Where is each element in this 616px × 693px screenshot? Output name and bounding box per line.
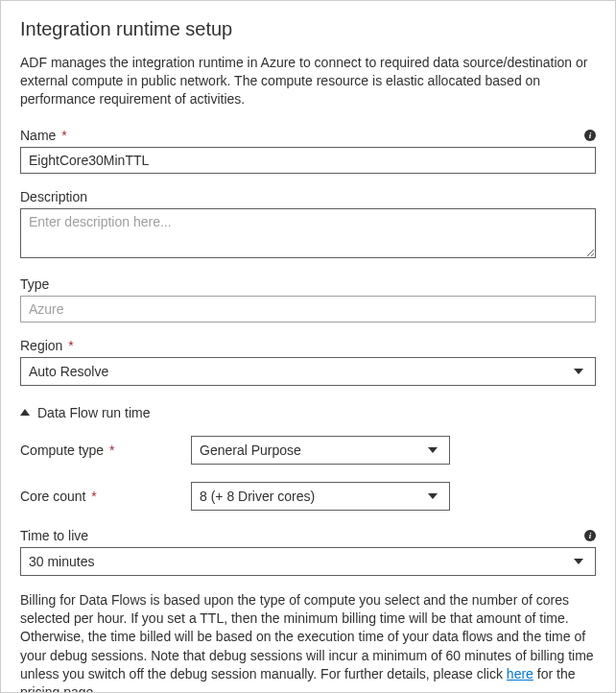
chevron-up-icon [20,409,30,416]
type-input [20,296,596,323]
compute-type-label: Compute type [20,442,104,458]
core-count-value: 8 (+ 8 Driver cores) [200,489,315,504]
region-field: Region * Auto Resolve [20,338,596,386]
required-asterisk: * [64,338,73,353]
type-field: Type [20,276,596,323]
core-count-label: Core count [20,489,85,504]
region-select[interactable]: Auto Resolve [20,357,596,386]
chevron-down-icon [428,493,438,499]
name-field: Name * i [20,128,596,174]
ttl-value: 30 minutes [29,554,94,569]
core-count-select[interactable]: 8 (+ 8 Driver cores) [191,482,450,511]
ttl-label: Time to live [20,528,88,543]
compute-type-value: General Purpose [200,442,301,458]
ttl-field: Time to live i 30 minutes [20,528,596,576]
intro-text: ADF manages the integration runtime in A… [20,54,596,108]
chevron-down-icon [574,559,583,564]
info-icon[interactable]: i [584,130,596,141]
billing-info-text: Billing for Data Flows is based upon the… [20,591,596,693]
core-count-field: Core count * 8 (+ 8 Driver cores) [20,482,596,511]
info-icon[interactable]: i [584,530,596,541]
chevron-down-icon [574,369,583,374]
compute-type-select[interactable]: General Purpose [191,436,450,465]
compute-type-field: Compute type * General Purpose [20,436,596,465]
section-title: Data Flow run time [37,405,150,420]
region-label: Region [20,338,62,353]
description-field: Description [20,189,596,261]
type-label: Type [20,276,49,292]
page-title: Integration runtime setup [20,18,596,40]
ttl-select[interactable]: 30 minutes [20,547,596,576]
required-asterisk: * [58,128,66,143]
required-asterisk: * [87,489,96,504]
description-label: Description [20,189,87,204]
region-value: Auto Resolve [29,364,108,379]
description-textarea[interactable] [20,208,596,258]
chevron-down-icon [428,447,438,453]
name-input[interactable] [20,147,596,174]
dataflow-runtime-section-toggle[interactable]: Data Flow run time [20,405,596,420]
required-asterisk: * [106,442,114,458]
pricing-link[interactable]: here [507,666,533,681]
name-label: Name [20,128,56,143]
